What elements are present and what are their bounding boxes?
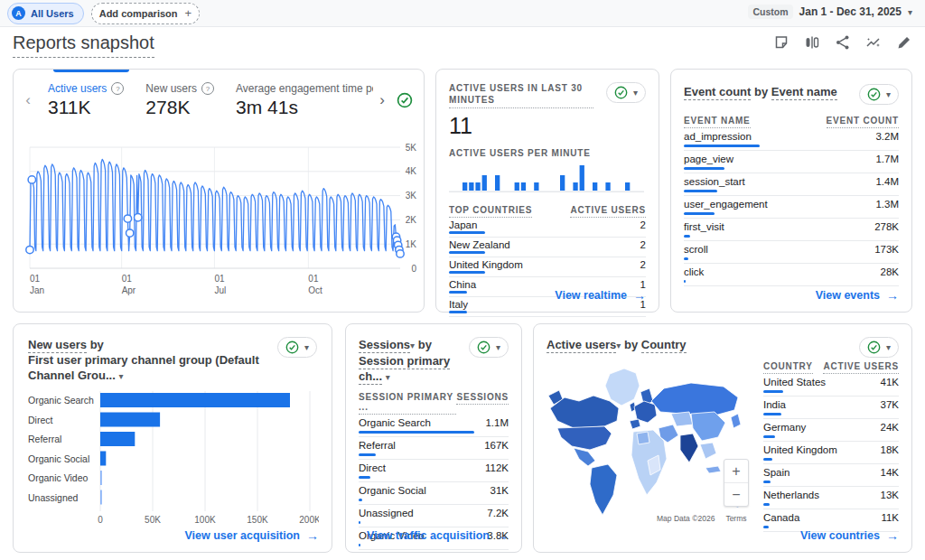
page-title: Reports snapshot [13, 33, 154, 58]
date-range-text: Jan 1 - Dec 31, 2025 [799, 5, 902, 18]
row-label: India [763, 399, 786, 411]
table-row: click28K [684, 264, 899, 286]
chevron-down-icon: ▾ [633, 88, 638, 98]
report-toolbar [773, 34, 912, 51]
channel-group-dimension[interactable]: First user primary channel group (Defaul… [28, 353, 259, 382]
svg-text:150K: 150K [247, 515, 268, 525]
country-dimension[interactable]: Country [641, 338, 687, 353]
sessions-quality-dropdown[interactable]: ▾ [469, 337, 509, 358]
table-row: scroll173K [684, 241, 899, 264]
svg-text:4K: 4K [406, 166, 417, 176]
title-by: by [751, 85, 771, 98]
map-south-america [590, 464, 617, 515]
comparison-icon[interactable] [804, 34, 820, 51]
map-russia [651, 383, 738, 415]
tab-new-users-label: New users [145, 82, 197, 95]
data-quality-check-icon [285, 341, 299, 354]
sessions-metric[interactable]: Sessions [359, 338, 410, 353]
row-label: click [684, 266, 704, 278]
map-terms-link[interactable]: Terms [724, 513, 748, 524]
col-top-countries: TOP COUNTRIES [449, 205, 532, 218]
map-greenland [605, 369, 640, 406]
row-label: Spain [763, 467, 790, 479]
newusers-quality-dropdown[interactable]: ▾ [277, 337, 317, 358]
map-zoom-control: + − [724, 459, 749, 507]
view-realtime-label: View realtime [555, 289, 627, 302]
country-quality-dropdown[interactable]: ▾ [859, 337, 899, 358]
tabs-scroll-right-icon[interactable]: › [373, 91, 391, 109]
row-value: 167K [484, 440, 509, 452]
row-label: Netherlands [763, 490, 819, 501]
map-zoom-in-button[interactable]: + [724, 460, 748, 483]
note-icon[interactable] [773, 34, 790, 51]
col-country-active-users: ACTIVE USERS [823, 361, 899, 374]
row-label: New Zealand [449, 239, 510, 251]
table-row: United Kingdom2 [449, 257, 646, 277]
view-user-acquisition-link[interactable]: View user acquisition → [184, 528, 319, 543]
row-label: first_visit [684, 221, 724, 233]
svg-text:Organic Social: Organic Social [28, 453, 89, 464]
title-by: by [87, 338, 104, 351]
active-users-by-country-card: Active users▾ by Country ▾ [533, 323, 912, 553]
edit-pencil-icon[interactable] [896, 34, 912, 51]
row-label: session_start [684, 176, 745, 188]
help-icon[interactable]: ? [111, 82, 124, 95]
overview-metrics-card: ‹ Active users? 311K New users? 278K Ave… [13, 69, 425, 313]
date-range-selector[interactable]: Custom Jan 1 - Dec 31, 2025 ▾ [748, 5, 912, 19]
view-events-link[interactable]: View events → [816, 288, 899, 303]
row-mini-bar [684, 145, 760, 147]
view-realtime-link[interactable]: View realtime → [555, 288, 646, 303]
data-quality-check-icon [477, 341, 491, 354]
svg-text:Oct: Oct [308, 285, 322, 295]
tabs-scroll-left-icon[interactable]: ‹ [19, 91, 37, 109]
data-quality-check-icon [867, 341, 881, 354]
audience-avatar-icon: A [12, 6, 25, 20]
map-central-asia [671, 412, 693, 426]
events-quality-dropdown[interactable]: ▾ [859, 84, 899, 105]
row-mini-bar [763, 413, 781, 415]
data-quality-check-icon[interactable] [397, 92, 413, 108]
chevron-down-icon[interactable]: ▾ [118, 371, 123, 381]
col-sessions: SESSIONS [456, 392, 509, 405]
row-mini-bar [449, 251, 485, 254]
data-quality-check-icon [867, 88, 881, 101]
events-table-header: EVENT NAME EVENT COUNT [684, 116, 899, 128]
row-mini-bar [359, 431, 474, 434]
svg-text:01: 01 [308, 274, 319, 284]
map-central-america [574, 448, 595, 466]
map-canada [550, 396, 619, 428]
all-users-chip[interactable]: A All Users [7, 3, 84, 24]
row-value: 37K [881, 399, 899, 411]
map-indonesia [705, 466, 721, 473]
share-icon[interactable] [835, 34, 851, 51]
event-name-dimension[interactable]: Event name [771, 85, 837, 100]
tab-avg-engagement-time[interactable]: Average engagement time per active us 3m… [225, 82, 373, 118]
realtime-quality-dropdown[interactable]: ▾ [606, 82, 646, 103]
world-choropleth-map[interactable] [547, 361, 747, 526]
map-japan [731, 414, 741, 428]
table-row: Referral167K [359, 437, 509, 460]
row-mini-bar [684, 257, 688, 260]
row-value: 2 [640, 239, 646, 251]
help-icon[interactable]: ? [201, 82, 214, 95]
row-mini-bar [684, 280, 686, 283]
session-channel-dimension[interactable]: Session primary ch... [359, 354, 450, 385]
event-count-metric[interactable]: Event count [684, 85, 751, 100]
view-countries-link[interactable]: View countries → [800, 528, 899, 543]
tab-active-users[interactable]: Active users? 311K [37, 82, 135, 118]
active-users-metric[interactable]: Active users [547, 338, 616, 353]
insights-icon[interactable] [865, 34, 882, 51]
country-card-title: Active users▾ by Country [547, 337, 687, 353]
arrow-right-icon: → [886, 528, 899, 543]
view-traffic-acquisition-link[interactable]: View traffic acquisition → [367, 528, 509, 543]
add-comparison-chip[interactable]: Add comparison + [91, 3, 200, 24]
row-label: ad_impression [684, 131, 752, 143]
row-mini-bar [359, 544, 360, 546]
col-country: COUNTRY [763, 361, 813, 374]
row-mini-bar [449, 231, 485, 234]
new-users-metric[interactable]: New users [28, 338, 87, 353]
row-value: 13K [881, 490, 899, 501]
map-zoom-out-button[interactable]: − [724, 483, 748, 506]
col-event-count: EVENT COUNT [827, 116, 899, 128]
tab-new-users[interactable]: New users? 278K [135, 82, 225, 118]
